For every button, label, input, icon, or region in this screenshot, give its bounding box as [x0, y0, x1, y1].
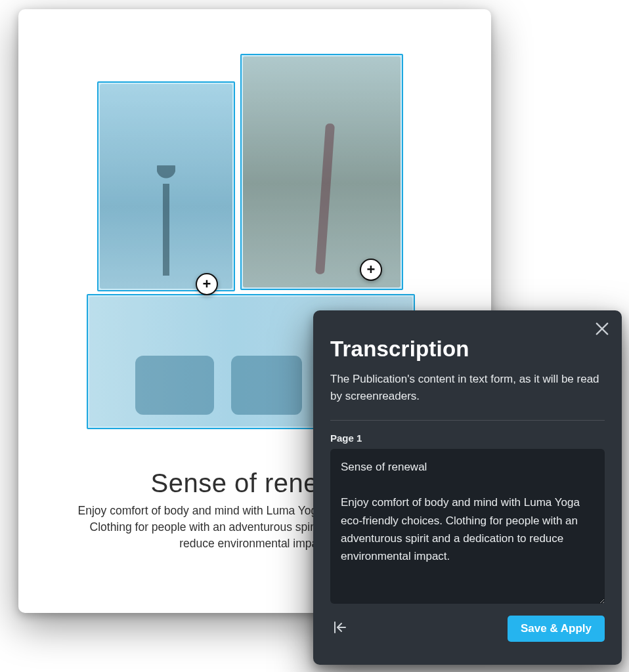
panel-title: Transcription [330, 337, 605, 362]
close-icon [593, 329, 611, 340]
panel-description: The Publication's content in text form, … [330, 371, 605, 404]
add-region-button-2[interactable]: + [360, 259, 382, 281]
transcription-panel: Transcription The Publication's content … [313, 310, 622, 665]
plus-icon: + [203, 276, 211, 293]
panel-footer: Save & Apply [330, 616, 605, 642]
transcription-textarea[interactable] [330, 449, 605, 604]
collapse-left-icon [332, 620, 348, 638]
collapse-button[interactable] [330, 619, 350, 639]
save-apply-button[interactable]: Save & Apply [508, 616, 605, 642]
divider [330, 420, 605, 421]
add-region-button-1[interactable]: + [196, 273, 218, 295]
close-button[interactable] [593, 320, 611, 338]
plus-icon: + [367, 261, 376, 278]
selection-overlay-1[interactable] [97, 81, 235, 291]
selection-overlay-2[interactable] [240, 54, 403, 290]
page-label: Page 1 [330, 432, 605, 444]
